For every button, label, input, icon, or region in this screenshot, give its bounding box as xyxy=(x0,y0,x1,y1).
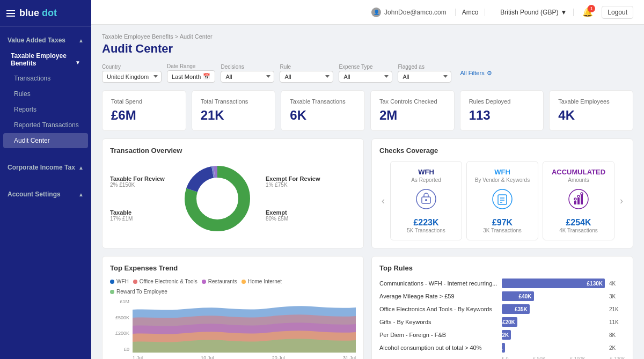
legend-dot-reward xyxy=(110,290,114,294)
sidebar-section-account: Account Settings ▲ xyxy=(0,181,91,208)
carousel-next-button[interactable]: › xyxy=(618,193,625,209)
x-axis: 1 Jul 10 Jul 20 Jul 31 Jul xyxy=(133,355,356,359)
rule-bar-2: £35K xyxy=(502,304,530,314)
check-card-1: WFH By Vendor & Keywords xyxy=(466,161,538,240)
sidebar-section-cit: Corporate Income Tax ▲ xyxy=(0,154,91,181)
legend-item-reward: Reward To Employee xyxy=(110,289,356,295)
rule-bar-1: £40K xyxy=(502,291,534,301)
rule-bar-container-3: £20K xyxy=(502,317,605,327)
filter-date-range: Date Range Last Month 📅 xyxy=(167,63,215,83)
checks-cards-container: WFH As Reported £223K xyxy=(390,161,614,240)
legend-item-office: Office Electronic & Tools xyxy=(133,279,197,284)
topbar-company: Amco xyxy=(455,9,486,16)
chevron-down-cit-icon: ▲ xyxy=(78,165,84,171)
svg-point-17 xyxy=(577,195,580,197)
sidebar-section-account-header[interactable]: Account Settings ▲ xyxy=(0,186,91,202)
rule-bar-container-2: £35K xyxy=(502,304,605,314)
sidebar-item-reports[interactable]: Reports xyxy=(3,102,88,117)
carousel-prev-button[interactable]: ‹ xyxy=(379,193,387,209)
rule-bar-0: £130K xyxy=(502,279,605,288)
sidebar-item-audit-center[interactable]: Audit Center xyxy=(3,133,88,148)
filter-expense-type: Expense Type All xyxy=(339,64,392,83)
checks-coverage-panel: Checks Coverage ‹ WFH As Reported xyxy=(371,138,633,248)
legend-dot-office xyxy=(133,280,137,284)
svg-point-16 xyxy=(574,198,576,200)
all-filters-button[interactable]: All Filters ⚙ xyxy=(460,70,492,77)
notification-bell[interactable]: 🔔 1 xyxy=(582,7,593,17)
date-range-picker[interactable]: Last Month 📅 xyxy=(167,70,215,83)
chevron-down-account-icon: ▲ xyxy=(78,192,84,197)
rules-table: Communications - WFH - Internet recurrin… xyxy=(379,279,625,353)
kpi-tax-controls: Tax Controls Checked 2M xyxy=(370,90,455,131)
svg-rect-8 xyxy=(498,195,507,204)
transaction-overview-panel: Transaction Overview Taxable For Review … xyxy=(102,138,364,248)
filter-icon: ⚙ xyxy=(487,70,492,77)
kpi-rules-deployed: Rules Deployed 113 xyxy=(460,90,544,131)
topbar-user: 👤 JohnDoe@amco.com xyxy=(371,8,447,17)
donut-label-exempt: Exempt 80% £5M xyxy=(266,209,320,222)
svg-rect-15 xyxy=(581,195,583,204)
svg-point-18 xyxy=(581,193,583,195)
sidebar-item-rules[interactable]: Rules xyxy=(3,86,88,101)
page-title: Audit Center xyxy=(102,42,633,56)
decisions-select[interactable]: All xyxy=(221,71,274,83)
topbar-currency-selector[interactable]: British Pound (GBP) ▼ xyxy=(494,9,574,16)
top-rules-panel: Top Rules Communications - WFH - Interne… xyxy=(371,256,633,359)
area-chart: 1 Jul 10 Jul 20 Jul 31 Jul xyxy=(133,299,356,359)
breadcrumb-current: Audit Center xyxy=(180,33,213,40)
sidebar-header: blue dot xyxy=(0,0,91,27)
table-row: Per Diem - Foreign - F&B £12K 8K xyxy=(379,330,625,340)
rule-bar-container-4: £12K xyxy=(502,330,605,340)
rule-bar-4: £12K xyxy=(502,330,511,340)
legend-dot-restaurants xyxy=(202,280,206,284)
check-card-0-icon xyxy=(396,188,456,214)
check-card-2: ACCUMULATED Amounts xyxy=(543,161,614,240)
donut-labels-right: Exempt For Review 1% £75K Exempt 80% £5M xyxy=(266,175,320,222)
filter-flagged-as: Flagged as All xyxy=(398,64,451,83)
svg-point-7 xyxy=(493,189,512,209)
svg-rect-13 xyxy=(574,201,576,204)
sidebar-item-taxable-employee-benefits[interactable]: Taxable Employee Benefits ▼ xyxy=(3,49,88,70)
kpi-total-spend: Total Spend £6M xyxy=(102,90,186,131)
user-avatar-icon: 👤 xyxy=(371,8,381,17)
rule-bar-3: £20K xyxy=(502,317,517,327)
expense-type-select[interactable]: All xyxy=(339,71,392,83)
filters-bar: Country United Kingdom Date Range Last M… xyxy=(102,63,633,83)
donut-label-taxable: Taxable 17% £1M xyxy=(110,209,169,222)
sidebar-item-reported-transactions[interactable]: Reported Transactions xyxy=(3,118,88,133)
sidebar-section-vat-header[interactable]: Value Added Taxes ▲ xyxy=(0,32,91,48)
logout-button[interactable]: Logout xyxy=(602,6,633,19)
breadcrumb-parent[interactable]: Taxable Employee Benefits xyxy=(102,33,173,40)
sidebar-item-transactions[interactable]: Transactions xyxy=(3,71,88,86)
kpi-total-transactions: Total Transactions 21K xyxy=(192,90,276,131)
dashboard-row-1: Transaction Overview Taxable For Review … xyxy=(102,138,633,248)
rule-bar-5: £3K xyxy=(502,343,505,353)
breadcrumb-separator: > xyxy=(175,33,180,40)
topbar-email: JohnDoe@amco.com xyxy=(384,9,447,16)
hamburger-menu[interactable] xyxy=(6,10,15,17)
table-row: Office Electronics And Tools - By Keywor… xyxy=(379,304,625,314)
country-select[interactable]: United Kingdom xyxy=(102,71,162,83)
table-row: Gifts - By Keywords £20K 11K xyxy=(379,317,625,327)
top-expenses-panel: Top Expenses Trend WFH Office Electronic… xyxy=(102,256,364,359)
donut-section: Taxable For Review 2% £150K Taxable 17% … xyxy=(110,161,356,236)
kpi-taxable-employees: Taxable Employees 4K xyxy=(549,90,633,131)
svg-point-6 xyxy=(425,199,427,201)
filter-rule: Rule All xyxy=(280,64,333,83)
rule-bar-container-0: £130K xyxy=(502,279,605,288)
chevron-down-currency-icon: ▼ xyxy=(560,9,567,16)
rule-select[interactable]: All xyxy=(280,71,333,83)
flagged-as-select[interactable]: All xyxy=(398,71,451,83)
topbar: 👤 JohnDoe@amco.com Amco British Pound (G… xyxy=(91,0,644,25)
donut-svg xyxy=(180,161,255,236)
dashboard-row-2: Top Expenses Trend WFH Office Electronic… xyxy=(102,256,633,359)
teb-chevron: ▼ xyxy=(75,60,80,65)
filter-country: Country United Kingdom xyxy=(102,64,162,83)
checks-carousel: ‹ WFH As Reported xyxy=(379,161,625,240)
main-content: 👤 JohnDoe@amco.com Amco British Pound (G… xyxy=(91,0,644,359)
y-axis: £1M £500K £200K £0 xyxy=(110,299,129,359)
page-content: Taxable Employee Benefits > Audit Center… xyxy=(91,25,644,359)
sidebar-section-cit-header[interactable]: Corporate Income Tax ▲ xyxy=(0,159,91,175)
legend-item-wfh: WFH xyxy=(110,279,129,284)
table-row: Alcohol consumption out of total > 40% £… xyxy=(379,343,625,353)
